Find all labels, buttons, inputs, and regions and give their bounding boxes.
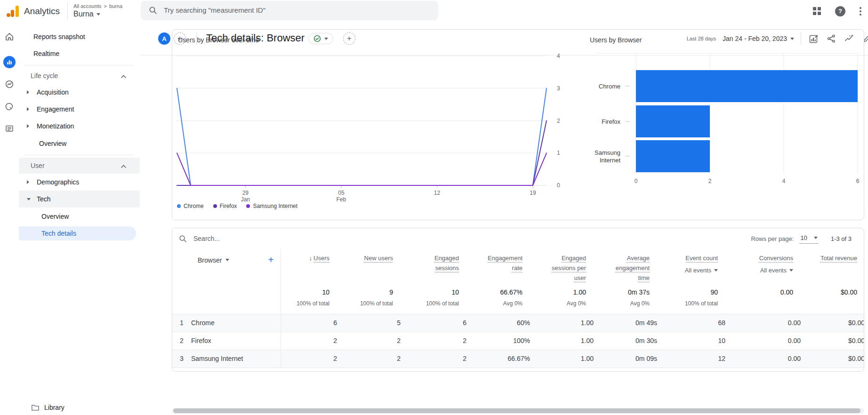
- row-metric-value: 10: [657, 332, 725, 350]
- row-metric-value: 1.00: [530, 350, 594, 367]
- row-index: 2: [172, 332, 191, 350]
- column-header-engagement-rate[interactable]: Engagement rate: [466, 254, 530, 273]
- apps-grid-icon[interactable]: [813, 7, 821, 15]
- sidebar-item-label: Acquisition: [37, 88, 69, 96]
- section-label: Life cycle: [31, 72, 58, 80]
- report-avatar[interactable]: A: [158, 32, 170, 45]
- sidebar-item-reports-snapshot[interactable]: Reports snapshot: [19, 28, 140, 45]
- line-chart-xtick: Feb: [337, 196, 346, 203]
- row-metric-value: $0.00: [801, 350, 864, 367]
- top-bar: Analytics All accounts > burna Burna ?: [0, 0, 868, 22]
- column-header-label: Event count: [685, 254, 718, 263]
- row-metric-value: 1.00: [530, 332, 594, 350]
- rail-home-icon[interactable]: [0, 32, 19, 41]
- dimension-label: Browser: [198, 256, 222, 264]
- bar-chart-xtick: 2: [708, 178, 712, 184]
- sidebar-section-life-cycle[interactable]: Life cycle: [19, 68, 140, 84]
- rail-explore-icon[interactable]: [0, 80, 19, 89]
- column-header-label: New users: [364, 254, 393, 263]
- totals-subtext: 100% of total: [401, 300, 466, 307]
- sidebar-item-tech-details[interactable]: Tech details: [19, 226, 136, 240]
- sidebar-item-realtime[interactable]: Realtime: [19, 45, 140, 62]
- sidebar-item-overview[interactable]: Overview: [19, 208, 140, 225]
- header-metric-cell: ↓Users: [281, 249, 337, 283]
- rail-advertising-icon[interactable]: [0, 102, 19, 112]
- sidebar-item-acquisition[interactable]: Acquisition: [19, 84, 140, 101]
- totals-metric-cell: 90100% of total: [657, 283, 725, 314]
- sidebar-item-engagement[interactable]: Engagement: [19, 101, 140, 118]
- row-dimension-samsung-internet: Samsung Internet: [191, 350, 281, 367]
- column-filter-label: All events: [685, 267, 711, 274]
- header-metric-cell: New users: [337, 249, 401, 283]
- sidebar-item-label: Demographics: [37, 178, 79, 186]
- sidebar-item-tech[interactable]: Tech: [19, 191, 140, 208]
- rail-reports-icon[interactable]: [0, 56, 19, 68]
- analytics-logo[interactable]: Analytics: [0, 6, 67, 17]
- bar-chart-xtick: 0: [635, 178, 638, 184]
- column-header-label: Total revenue: [820, 254, 857, 263]
- bar-chrome: [636, 70, 858, 102]
- nav-rail: [0, 22, 19, 415]
- line-series-samsung-internet: [177, 153, 547, 185]
- legend-label: Firefox: [220, 203, 237, 209]
- totals-value: $0.00: [801, 288, 864, 296]
- sidebar-item-overview[interactable]: Overview: [19, 135, 140, 152]
- dimension-select[interactable]: Browser: [198, 256, 229, 264]
- column-header-new-users[interactable]: New users: [337, 254, 401, 263]
- global-search[interactable]: [141, 1, 438, 19]
- sidebar-section-user[interactable]: User: [19, 158, 140, 174]
- pagination-status: 1-3 of 3: [831, 235, 852, 242]
- column-header-conversions[interactable]: ConversionsAll events: [725, 254, 801, 274]
- sidebar-item-monetization[interactable]: Monetization: [19, 118, 140, 135]
- more-vert-icon[interactable]: [860, 7, 861, 16]
- bar-chart-xtick: 6: [856, 178, 860, 184]
- sidebar-item-library[interactable]: Library: [31, 404, 64, 411]
- totals-value: 90: [657, 288, 725, 296]
- legend-label: Chrome: [184, 203, 204, 209]
- row-dimension-chrome: Chrome: [191, 314, 281, 332]
- totals-value: 10: [281, 288, 338, 296]
- legend-item-chrome: Chrome: [177, 203, 204, 209]
- legend-dot: [177, 204, 181, 208]
- column-header-label: Average engagement time: [606, 254, 650, 283]
- horizontal-scrollbar[interactable]: [172, 408, 864, 414]
- column-filter-select[interactable]: All events: [657, 267, 718, 274]
- rail-configure-icon[interactable]: [0, 124, 19, 133]
- column-header-engaged-sessions-per-user[interactable]: Engaged sessions per user: [530, 254, 594, 283]
- row-metric-value: 12: [657, 350, 725, 367]
- column-filter-select[interactable]: All events: [725, 267, 793, 274]
- folder-icon: [31, 404, 40, 411]
- column-header-total-revenue[interactable]: Total revenue: [801, 254, 864, 263]
- sidebar-item-label: Monetization: [37, 122, 74, 130]
- totals-value: 0.00: [725, 288, 801, 296]
- scrollbar-thumb[interactable]: [173, 408, 860, 413]
- sidebar-item-label: Engagement: [37, 105, 74, 113]
- row-metric-value: 68: [657, 314, 725, 332]
- bar-firefox: [636, 105, 710, 137]
- totals-metric-cell: 0m 37sAvg 0%: [594, 283, 657, 314]
- totals-metric-cell: 10100% of total: [401, 283, 466, 314]
- charts-canvas: 4321029Jan05Feb12190246ChromeFirefoxSams…: [172, 30, 864, 220]
- column-header-average-engagement-time[interactable]: Average engagement time: [594, 254, 657, 283]
- column-header-users[interactable]: ↓Users: [281, 254, 338, 263]
- row-metric-value: 2: [337, 332, 401, 350]
- column-header-event-count[interactable]: Event countAll events: [657, 254, 725, 274]
- sidebar-item-demographics[interactable]: Demographics: [19, 174, 140, 191]
- column-header-label: Engaged sessions: [416, 254, 459, 273]
- help-icon[interactable]: ?: [835, 6, 845, 16]
- column-header-engaged-sessions[interactable]: Engaged sessions: [401, 254, 466, 273]
- add-secondary-dimension-button[interactable]: +: [268, 255, 274, 265]
- bar-category-label: Samsung: [595, 149, 620, 156]
- row-metric-value: 6: [281, 314, 337, 332]
- search-input[interactable]: [163, 6, 410, 15]
- chevron-down-icon: [814, 237, 818, 239]
- rows-per-page-select[interactable]: 10: [799, 233, 818, 244]
- account-name: Burna: [73, 9, 94, 19]
- totals-subtext: 100% of total: [657, 300, 725, 307]
- google-analytics-icon: [7, 6, 19, 17]
- account-switcher[interactable]: All accounts > burna Burna: [73, 3, 122, 19]
- row-dimension-firefox: Firefox: [191, 332, 281, 350]
- detail-table-card: Rows per page: 10 1-3 of 3 Browser+↓User…: [172, 228, 864, 372]
- table-search-input[interactable]: [193, 234, 298, 243]
- row-metric-value: 66.67%: [466, 350, 530, 367]
